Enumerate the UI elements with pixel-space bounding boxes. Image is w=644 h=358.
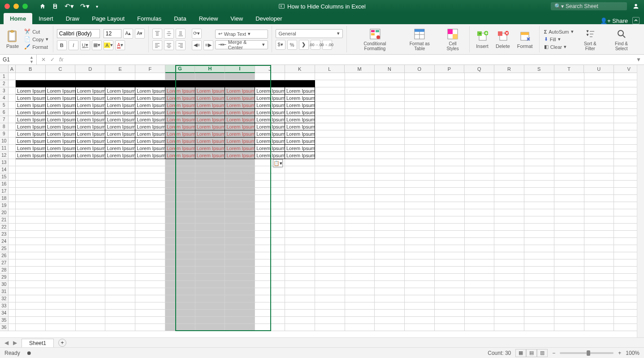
- cell-B24[interactable]: [16, 238, 46, 245]
- cell-E35[interactable]: [105, 317, 135, 324]
- cell-K21[interactable]: [285, 216, 315, 224]
- cell-K34[interactable]: [285, 310, 315, 317]
- cell-E32[interactable]: [105, 295, 135, 302]
- zoom-in-button[interactable]: +: [618, 350, 621, 356]
- cell-T24[interactable]: [554, 238, 584, 245]
- cell-C35[interactable]: [46, 317, 76, 324]
- cell-F7[interactable]: Lorem Ipsum: [135, 116, 165, 123]
- cell-R36[interactable]: [494, 324, 524, 331]
- cell-O36[interactable]: [405, 324, 435, 331]
- cell-K15[interactable]: [285, 173, 315, 181]
- cell-D1[interactable]: [76, 73, 106, 80]
- cell-J35[interactable]: [255, 317, 285, 324]
- col-header-P[interactable]: P: [435, 65, 465, 73]
- cell-K11[interactable]: Lorem Ipsum: [285, 145, 315, 152]
- cell-Q5[interactable]: [465, 102, 495, 109]
- cell-D12[interactable]: Lorem Ipsum: [76, 152, 106, 159]
- cell-H9[interactable]: Lorem Ipsum: [195, 130, 225, 138]
- cell-I21[interactable]: [225, 216, 255, 224]
- cell-E7[interactable]: Lorem Ipsum: [105, 116, 135, 123]
- cell-L32[interactable]: [315, 295, 345, 302]
- cell-L22[interactable]: [315, 224, 345, 231]
- orientation-button[interactable]: ⟳▾: [192, 29, 202, 39]
- cell-M5[interactable]: [345, 102, 375, 109]
- cell-M16[interactable]: [345, 181, 375, 188]
- cell-M6[interactable]: [345, 109, 375, 116]
- cell-F34[interactable]: [135, 310, 165, 317]
- cell-C32[interactable]: [46, 295, 76, 302]
- cell-I24[interactable]: [225, 238, 255, 245]
- cell-A19[interactable]: [9, 202, 16, 209]
- cell-J12[interactable]: Lorem Ipsum: [255, 152, 285, 159]
- cell-I13[interactable]: [225, 159, 255, 166]
- cell-F20[interactable]: [135, 209, 165, 216]
- cell-J28[interactable]: [255, 267, 285, 274]
- cell-L7[interactable]: [315, 116, 345, 123]
- cell-S24[interactable]: [524, 238, 554, 245]
- cell-N24[interactable]: [375, 238, 405, 245]
- cell-C13[interactable]: [46, 159, 76, 166]
- sheet-tab-sheet1[interactable]: Sheet1: [22, 339, 54, 347]
- cell-E12[interactable]: Lorem Ipsum: [105, 152, 135, 159]
- cell-E17[interactable]: [105, 188, 135, 195]
- cell-S16[interactable]: [524, 181, 554, 188]
- tab-view[interactable]: View: [224, 13, 249, 24]
- cell-O2[interactable]: [405, 80, 435, 87]
- cell-O15[interactable]: [405, 173, 435, 181]
- cell-S34[interactable]: [524, 310, 554, 317]
- cell-M36[interactable]: [345, 324, 375, 331]
- cell-L20[interactable]: [315, 209, 345, 216]
- cell-M13[interactable]: [345, 159, 375, 166]
- cell-M32[interactable]: [345, 295, 375, 302]
- cell-A10[interactable]: [9, 138, 16, 145]
- cell-R3[interactable]: [494, 87, 524, 95]
- cell-T29[interactable]: [554, 274, 584, 281]
- cell-N33[interactable]: [375, 302, 405, 310]
- cell-H29[interactable]: [195, 274, 225, 281]
- cell-U9[interactable]: [584, 130, 614, 138]
- row-header-36[interactable]: 36: [0, 324, 9, 331]
- undo-icon[interactable]: ↶▾: [65, 2, 74, 10]
- cell-T6[interactable]: [554, 109, 584, 116]
- cell-P1[interactable]: [435, 73, 465, 80]
- cell-E13[interactable]: [105, 159, 135, 166]
- tab-draw[interactable]: Draw: [60, 13, 86, 24]
- cell-U5[interactable]: [584, 102, 614, 109]
- sheet-nav-prev[interactable]: ◀: [4, 340, 9, 346]
- cell-K29[interactable]: [285, 274, 315, 281]
- cell-J22[interactable]: [255, 224, 285, 231]
- cell-P32[interactable]: [435, 295, 465, 302]
- cell-J24[interactable]: [255, 238, 285, 245]
- cell-M34[interactable]: [345, 310, 375, 317]
- col-header-K[interactable]: K: [285, 65, 315, 73]
- cell-E29[interactable]: [105, 274, 135, 281]
- cell-A20[interactable]: [9, 209, 16, 216]
- cell-B13[interactable]: [16, 159, 46, 166]
- align-right-button[interactable]: [176, 40, 186, 50]
- cell-R29[interactable]: [494, 274, 524, 281]
- cell-P36[interactable]: [435, 324, 465, 331]
- cell-D31[interactable]: [76, 288, 106, 295]
- cell-G31[interactable]: [165, 288, 195, 295]
- cell-U19[interactable]: [584, 202, 614, 209]
- cell-G2[interactable]: [165, 80, 195, 87]
- row-header-27[interactable]: 27: [0, 259, 9, 267]
- cell-E18[interactable]: [105, 195, 135, 202]
- cut-button[interactable]: ✂️Cut: [23, 28, 49, 35]
- cell-C16[interactable]: [46, 181, 76, 188]
- cell-N22[interactable]: [375, 224, 405, 231]
- row-header-7[interactable]: 7: [0, 116, 9, 123]
- cell-T1[interactable]: [554, 73, 584, 80]
- cell-D21[interactable]: [76, 216, 106, 224]
- cell-N36[interactable]: [375, 324, 405, 331]
- cell-Q10[interactable]: [465, 138, 495, 145]
- row-header-4[interactable]: 4: [0, 95, 9, 102]
- cell-P5[interactable]: [435, 102, 465, 109]
- cell-M29[interactable]: [345, 274, 375, 281]
- cell-I5[interactable]: Lorem Ipsum: [225, 102, 255, 109]
- cell-J17[interactable]: [255, 188, 285, 195]
- cell-F25[interactable]: [135, 245, 165, 252]
- cell-M24[interactable]: [345, 238, 375, 245]
- cell-J18[interactable]: [255, 195, 285, 202]
- cell-M30[interactable]: [345, 281, 375, 288]
